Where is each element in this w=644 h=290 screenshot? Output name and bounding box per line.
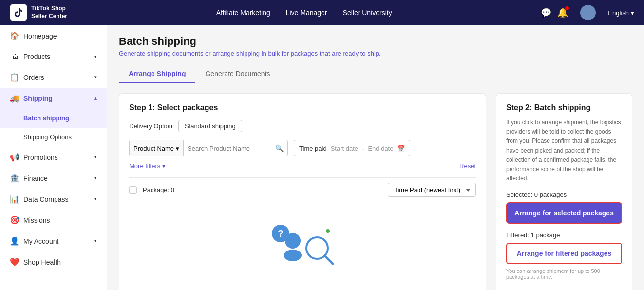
package-header-row: Package: 0 Time Paid (newest first) Time… [129, 177, 476, 202]
svg-text:?: ? [278, 228, 284, 239]
account-icon: 👤 [10, 236, 19, 246]
shop-health-icon: ❤️ [10, 257, 19, 267]
products-icon: 🛍 [10, 52, 19, 61]
sidebar-item-label: Finance [23, 174, 48, 182]
top-nav-right: 💬 🔔 English ▾ [541, 5, 634, 20]
svg-line-4 [325, 256, 333, 264]
sidebar-item-label: Promotions [23, 154, 58, 161]
sort-select[interactable]: Time Paid (newest first) Time Paid (olde… [388, 183, 476, 197]
arrange-filtered-button[interactable]: Arrange for filtered packages [506, 243, 622, 264]
language-selector[interactable]: English ▾ [608, 9, 634, 17]
chevron-down-icon: ▾ [162, 162, 166, 170]
chevron-down-icon: ▾ [94, 238, 97, 244]
svg-point-6 [284, 250, 302, 261]
sidebar: 🏠 Homepage 🛍 Products ▾ 📋 Orders ▾ 🚚 Shi… [0, 25, 107, 290]
top-navigation: TikTok ShopSeller Center Affiliate Marke… [0, 0, 644, 25]
empty-illustration: ? [254, 216, 351, 270]
delivery-option-label: Delivery Option [129, 122, 172, 130]
product-filter-dropdown[interactable]: Product Name ▾ [130, 140, 184, 156]
main-layout: 🏠 Homepage 🛍 Products ▾ 📋 Orders ▾ 🚚 Shi… [0, 25, 644, 290]
sidebar-item-products[interactable]: 🛍 Products ▾ [0, 46, 107, 67]
nav-live-manager[interactable]: Live Manager [286, 9, 327, 17]
sidebar-item-promotions[interactable]: 📢 Promotions ▾ [0, 147, 107, 168]
sidebar-item-shipping-options[interactable]: Shipping Options [0, 128, 107, 147]
missions-icon: 🎯 [10, 215, 19, 225]
messages-icon[interactable]: 💬 [541, 7, 551, 18]
chevron-down-icon: ▾ [94, 154, 97, 160]
product-filter[interactable]: Product Name ▾ 🔍 [129, 140, 288, 156]
sidebar-item-data-compass[interactable]: 📊 Data Compass ▾ [0, 189, 107, 210]
main-content: Batch shipping Generate shipping documen… [107, 25, 644, 290]
step1-panel: Step 1: Select packages Delivery Option … [119, 93, 486, 290]
end-date-input[interactable]: End date [368, 145, 393, 152]
arrange-selected-button[interactable]: Arrange for selected packages [506, 202, 622, 224]
step1-title: Step 1: Select packages [129, 103, 476, 112]
sidebar-item-label: Shipping [23, 95, 53, 102]
two-column-layout: Step 1: Select packages Delivery Option … [119, 93, 632, 290]
sidebar-sub-item-label: Batch shipping [23, 115, 69, 122]
selected-info: Selected: 0 packages [506, 191, 622, 198]
sidebar-item-shop-health[interactable]: ❤️ Shop Health [0, 251, 107, 272]
shipping-icon: 🚚 [10, 94, 19, 103]
product-search-input[interactable] [184, 140, 271, 156]
sidebar-item-label: Orders [23, 74, 44, 81]
chevron-down-icon: ▾ [94, 54, 97, 60]
sidebar-item-orders[interactable]: 📋 Orders ▾ [0, 67, 107, 88]
step2-description: If you click to arrange shipment, the lo… [506, 118, 622, 183]
sidebar-item-batch-shipping[interactable]: Batch shipping [0, 109, 107, 128]
delivery-option-row: Delivery Option Standard shipping [129, 120, 476, 132]
sidebar-item-shipping[interactable]: 🚚 Shipping ▴ [0, 88, 107, 109]
notifications-icon[interactable]: 🔔 [557, 7, 568, 18]
sidebar-item-label: Products [23, 53, 50, 60]
orders-icon: 📋 [10, 73, 19, 82]
delivery-option-value[interactable]: Standard shipping [178, 120, 242, 132]
notification-badge [565, 6, 569, 10]
chevron-down-icon: ▾ [94, 175, 97, 181]
svg-point-5 [326, 229, 330, 233]
time-paid-filter[interactable]: Time paid Start date - End date 📅 [294, 140, 410, 156]
time-paid-label: Time paid [299, 145, 327, 152]
chevron-down-icon: ▾ [94, 196, 97, 202]
tabs-container: Arrange Shipping Generate Documents [119, 65, 632, 83]
chevron-down-icon: ▾ [631, 9, 634, 17]
package-count: Package: 0 [143, 186, 174, 193]
step2-title: Step 2: Batch shipping [506, 103, 622, 112]
empty-state: ? [129, 202, 476, 285]
tab-arrange-shipping[interactable]: Arrange Shipping [119, 65, 195, 83]
filtered-info: Filtered: 1 package [506, 232, 622, 239]
sidebar-item-label: Shop Health [23, 258, 61, 266]
hint-text: You can arrange shipment for up to 500 p… [506, 268, 622, 280]
more-filters-row: More filters ▾ Reset [129, 162, 476, 170]
avatar[interactable] [580, 5, 596, 20]
home-icon: 🏠 [10, 31, 19, 40]
tab-generate-documents[interactable]: Generate Documents [195, 65, 280, 83]
nav-divider-2 [602, 7, 602, 19]
filter-row: Product Name ▾ 🔍 Time paid Start date - … [129, 140, 476, 156]
sidebar-item-label: My Account [23, 237, 58, 245]
page-title: Batch shipping [119, 35, 632, 48]
top-nav-links: Affiliate Marketing Live Manager Seller … [83, 9, 525, 17]
sidebar-item-homepage[interactable]: 🏠 Homepage [0, 25, 107, 46]
sidebar-item-my-account[interactable]: 👤 My Account ▾ [0, 231, 107, 251]
logo: TikTok ShopSeller Center [10, 4, 67, 21]
calendar-icon[interactable]: 📅 [397, 145, 405, 152]
sidebar-item-label: Missions [23, 216, 50, 224]
step2-panel: Step 2: Batch shipping If you click to a… [496, 93, 632, 290]
sidebar-item-label: Data Compass [23, 195, 69, 203]
nav-affiliate-marketing[interactable]: Affiliate Marketing [216, 9, 270, 17]
nav-seller-university[interactable]: Seller University [343, 9, 392, 17]
reset-button[interactable]: Reset [459, 162, 476, 170]
chevron-up-icon: ▴ [94, 95, 97, 101]
start-date-input[interactable]: Start date [331, 145, 358, 152]
sidebar-item-missions[interactable]: 🎯 Missions [0, 210, 107, 231]
logo-text: TikTok ShopSeller Center [31, 5, 67, 20]
promotions-icon: 📢 [10, 153, 19, 162]
sidebar-sub-item-label: Shipping Options [23, 134, 72, 141]
more-filters-button[interactable]: More filters ▾ [129, 162, 166, 170]
search-icon[interactable]: 🔍 [271, 144, 287, 152]
chevron-down-icon: ▾ [94, 74, 97, 80]
sidebar-item-finance[interactable]: 🏦 Finance ▾ [0, 168, 107, 189]
tiktok-logo-icon [10, 4, 27, 21]
select-all-checkbox[interactable] [129, 186, 137, 194]
finance-icon: 🏦 [10, 174, 19, 183]
